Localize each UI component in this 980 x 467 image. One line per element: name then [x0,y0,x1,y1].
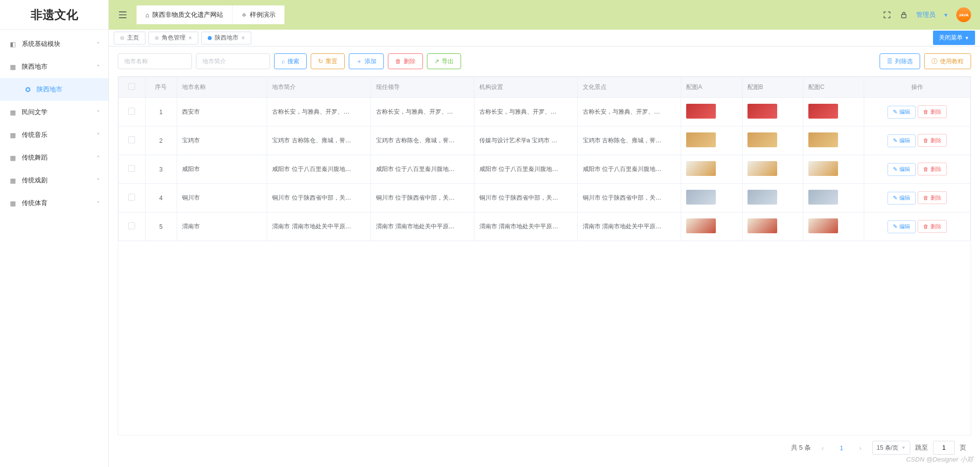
cell-org: 铜川市 位于陕西省中部，关… [474,184,577,212]
row-delete-button[interactable]: 🗑删除 [918,220,947,233]
cell-img-a [681,212,742,241]
sidebar-item-7[interactable]: 传统体育˅ [0,192,108,214]
edit-button[interactable]: ✎编辑 [887,163,916,176]
city-name-input[interactable] [118,53,192,69]
pagination-prev[interactable]: ‹ [816,441,830,455]
grid-icon [9,176,17,184]
sidebar: 非遗文化 系统基础模块˅陕西地市˄陕西地市民间文学˅传统音乐˅传统舞蹈˅传统戏剧… [0,0,109,467]
grid-icon [9,154,17,162]
grid-icon [9,131,17,139]
cell-ops: ✎编辑 🗑删除 [864,98,971,127]
cell-img-b [742,184,803,212]
sidebar-item-5[interactable]: 传统舞蹈˅ [0,146,108,169]
edit-icon: ✎ [893,223,897,230]
page-tab-0[interactable]: 主页 [114,32,145,44]
table-wrapper: 序号 地市名称 地市简介 现任领导 机构设置 文化景点 配图A 配图B 配图C … [118,76,971,435]
cell-scenic: 咸阳市 位于八百里秦川腹地… [578,155,681,184]
edit-button[interactable]: ✎编辑 [887,106,916,119]
pagination-page-1[interactable]: 1 [835,441,848,455]
edit-button[interactable]: ✎编辑 [887,134,916,147]
row-checkbox[interactable] [119,212,145,241]
row-checkbox[interactable] [119,155,145,184]
settings-icon [9,40,17,48]
row-checkbox[interactable] [119,127,145,155]
svg-rect-0 [902,14,906,18]
page-tab-2[interactable]: 陕西地市× [201,32,251,44]
header-tab-demo[interactable]: ✧ 样例演示 [233,5,284,24]
add-button[interactable]: ＋添加 [349,53,384,69]
sidebar-item-0[interactable]: 系统基础模块˅ [0,33,108,55]
cell-img-a [681,184,742,212]
sidebar-item-1[interactable]: 陕西地市˄ [0,55,108,78]
city-intro-input[interactable] [196,53,270,69]
menu-toggle-icon[interactable] [118,10,128,20]
row-delete-button[interactable]: 🗑删除 [918,163,947,175]
header-name: 地市名称 [177,77,267,98]
column-filter-button[interactable]: ☰列筛选 [880,53,920,69]
page-tab-1[interactable]: 角色管理× [148,32,198,44]
sidebar-item-label: 传统舞蹈 [22,153,47,162]
cell-img-b [742,212,803,241]
edit-button[interactable]: ✎编辑 [887,220,916,233]
cell-scenic: 铜川市 位于陕西省中部，关… [578,184,681,212]
sidebar-item-6[interactable]: 传统戏剧˅ [0,169,108,192]
cell-ops: ✎编辑 🗑删除 [864,184,971,212]
row-checkbox[interactable] [119,98,145,127]
row-delete-button[interactable]: 🗑删除 [918,191,947,204]
tab-dot-icon [155,36,159,40]
tab-dot-icon [120,36,124,40]
chevron-down-icon[interactable]: ▼ [943,12,948,18]
trash-icon: 🗑 [923,195,929,201]
tutorial-button[interactable]: ⓘ使用教程 [924,53,971,69]
admin-dropdown[interactable]: 管理员 [916,10,935,19]
close-menu-button[interactable]: 关闭菜单 ▼ [933,31,975,45]
chevron-down-icon: ˅ [97,132,99,138]
close-icon[interactable]: × [188,35,192,42]
row-delete-button[interactable]: 🗑删除 [918,105,947,118]
home-icon: ⌂ [145,11,149,19]
cell-img-c [803,127,864,155]
sidebar-item-2[interactable]: 陕西地市 [0,78,108,101]
delete-button[interactable]: 🗑删除 [388,53,423,69]
pagination-page-label: 页 [960,443,966,452]
pagination-per-page[interactable]: 15 条/页▼ [872,441,910,455]
close-icon[interactable]: × [241,35,245,42]
search-button[interactable]: ⌕搜索 [274,53,307,69]
header-tabs: ⌂ 陕西非物质文化遗产网站 ✧ 样例演示 [137,5,284,24]
row-checkbox[interactable] [119,184,145,212]
table-row: 1西安市古称长安，与雅典、开罗、…古称长安，与雅典、开罗、…古称长安，与雅典、开… [119,98,971,127]
header-img-c: 配图C [803,77,864,98]
trash-icon: 🗑 [923,137,929,143]
refresh-icon: ↻ [318,58,323,65]
cell-img-b [742,98,803,127]
globe-icon [24,85,32,93]
cell-intro: 渭南市 渭南市地处关中平原… [267,212,371,241]
pagination-jump-input[interactable] [933,441,955,455]
data-table: 序号 地市名称 地市简介 现任领导 机构设置 文化景点 配图A 配图B 配图C … [118,77,971,241]
pagination-jump-label: 跳至 [915,443,928,452]
lock-icon[interactable] [899,10,908,19]
grid-icon [9,108,17,116]
sidebar-item-label: 陕西地市 [22,62,47,71]
sidebar-item-4[interactable]: 传统音乐˅ [0,124,108,146]
reset-button[interactable]: ↻重置 [311,53,345,69]
cell-img-b [742,155,803,184]
cell-img-c [803,212,864,241]
cell-ops: ✎编辑 🗑删除 [864,127,971,155]
edit-button[interactable]: ✎编辑 [887,192,916,205]
table-row: 5渭南市渭南市 渭南市地处关中平原…渭南市 渭南市地处关中平原…渭南市 渭南市地… [119,212,971,241]
header-org: 机构设置 [474,77,577,98]
header-checkbox[interactable] [119,77,145,98]
fullscreen-icon[interactable] [883,10,891,19]
tab-dot-icon [208,36,212,40]
row-delete-button[interactable]: 🗑删除 [918,134,947,147]
header-tab-site[interactable]: ⌂ 陕西非物质文化遗产网站 [137,5,233,24]
pagination-next[interactable]: › [853,441,867,455]
header-site-label: 陕西非物质文化遗产网站 [152,10,223,19]
export-button[interactable]: ↗导出 [427,53,461,69]
cell-leader: 咸阳市 位于八百里秦川腹地… [371,155,474,184]
tab-bar: 主页角色管理×陕西地市× 关闭菜单 ▼ [109,30,980,46]
avatar[interactable]: JAVA [956,7,971,22]
sidebar-item-3[interactable]: 民间文学˅ [0,101,108,124]
header-ops: 操作 [864,77,971,98]
